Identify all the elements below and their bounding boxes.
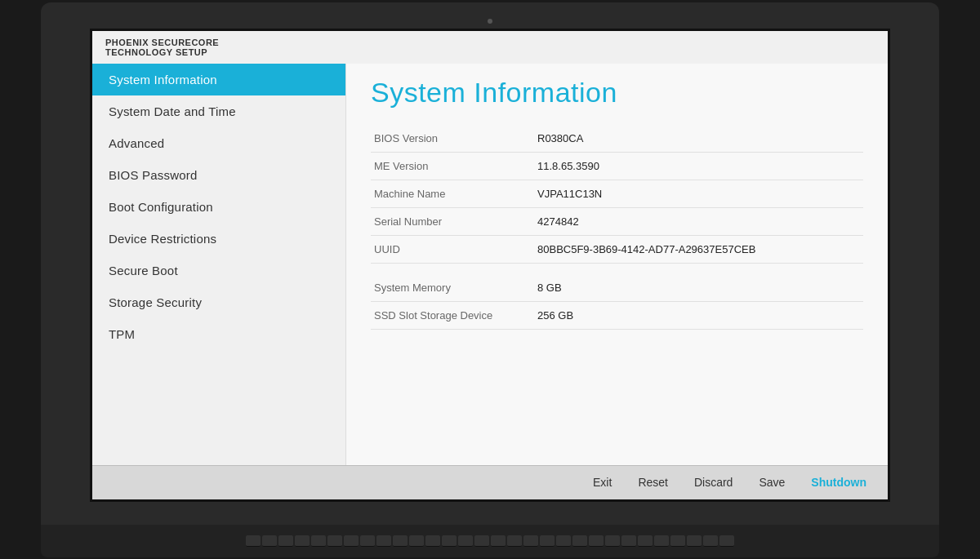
field-value: 80BBC5F9-3B69-4142-AD77-A29637E57CEB [534, 235, 863, 263]
field-label: SSD Slot Storage Device [371, 302, 534, 330]
field-value: VJPA11C13N [534, 180, 863, 207]
field-value: 256 GB [534, 302, 863, 330]
sidebar: System InformationSystem Date and TimeAd… [92, 64, 345, 465]
nav-item-storage-security[interactable]: Storage Security [92, 286, 345, 318]
field-value: 8 GB [534, 274, 863, 302]
nav-item-boot-configuration[interactable]: Boot Configuration [92, 191, 345, 223]
field-label: Machine Name [371, 180, 534, 207]
bios-brand: PHOENIX SECURECORETECHNOLOGY SETUP [92, 31, 888, 64]
table-row: UUID 80BBC5F9-3B69-4142-AD77-A29637E57CE… [371, 235, 863, 263]
nav-item-system-information[interactable]: System Information [92, 64, 345, 95]
table-row: SSD Slot Storage Device 256 GB [371, 302, 863, 330]
nav-item-bios-password[interactable]: BIOS Password [92, 159, 345, 191]
reset-button[interactable]: Reset [633, 472, 673, 492]
nav-item-tpm[interactable]: TPM [92, 318, 345, 350]
field-label: ME Version [371, 152, 534, 180]
table-row: ME Version 11.8.65.3590 [371, 152, 863, 180]
nav-item-advanced[interactable]: Advanced [92, 127, 345, 159]
field-value: 4274842 [534, 207, 863, 235]
bios-screen: PHOENIX SECURECORETECHNOLOGY SETUP Syste… [90, 29, 890, 502]
content-panel: System Information BIOS Version R0380CAM… [345, 64, 888, 465]
shutdown-button[interactable]: Shutdown [806, 472, 871, 492]
nav-item-device-restrictions[interactable]: Device Restrictions [92, 223, 345, 255]
field-label: BIOS Version [371, 125, 534, 153]
field-label: Serial Number [371, 207, 534, 235]
exit-button[interactable]: Exit [588, 472, 617, 492]
bottom-bar: ExitResetDiscardSaveShutdown [92, 465, 888, 499]
nav-item-secure-boot[interactable]: Secure Boot [92, 255, 345, 286]
field-value: 11.8.65.3590 [534, 152, 863, 180]
discard-button[interactable]: Discard [689, 472, 737, 492]
info-table: BIOS Version R0380CAME Version 11.8.65.3… [371, 125, 863, 331]
table-row: BIOS Version R0380CA [371, 125, 863, 153]
table-row: Machine Name VJPA11C13N [371, 180, 863, 207]
field-label: System Memory [371, 274, 534, 302]
table-row: Serial Number 4274842 [371, 207, 863, 235]
field-value: R0380CA [534, 125, 863, 153]
field-label: UUID [371, 235, 534, 263]
save-button[interactable]: Save [754, 472, 790, 492]
table-row: System Memory 8 GB [371, 274, 863, 302]
content-title: System Information [371, 77, 863, 109]
nav-item-system-date-and-time[interactable]: System Date and Time [92, 95, 345, 127]
